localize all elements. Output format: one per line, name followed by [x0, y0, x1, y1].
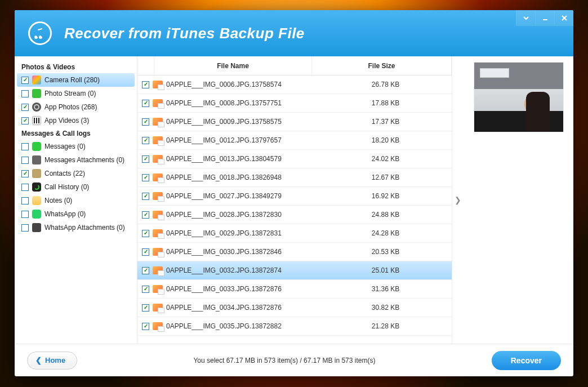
- sidebar-item[interactable]: WhatsApp (0): [15, 207, 137, 221]
- table-row[interactable]: 0APPLE___IMG_0008.JPG.1375775117.88 KB: [137, 94, 452, 113]
- table-row[interactable]: 0APPLE___IMG_0032.JPG.1387287425.01 KB: [137, 261, 452, 280]
- cell-file-size: 24.28 KB: [319, 229, 452, 237]
- cell-file-name: 0APPLE___IMG_0034.JPG.13872876: [166, 304, 319, 312]
- category-sidebar[interactable]: Photos & VideosCamera Roll (280)Photo St…: [15, 56, 137, 344]
- cell-file-name: 0APPLE___IMG_0029.JPG.13872831: [166, 229, 319, 237]
- row-checkbox[interactable]: [142, 118, 149, 126]
- checkbox[interactable]: [21, 77, 29, 84]
- image-file-icon: [153, 136, 163, 144]
- dropdown-button[interactable]: [516, 10, 535, 26]
- row-checkbox[interactable]: [142, 193, 149, 200]
- table-row[interactable]: 0APPLE___IMG_0028.JPG.1387283024.88 KB: [137, 206, 452, 224]
- sidebar-item[interactable]: App Photos (268): [15, 100, 137, 114]
- cell-file-name: 0APPLE___IMG_0012.JPG.13797657: [166, 136, 319, 144]
- checkbox[interactable]: [21, 184, 29, 191]
- sidebar-item-label: Contacts (22): [44, 170, 85, 177]
- sidebar-item[interactable]: App Videos (3): [15, 114, 137, 127]
- checkbox[interactable]: [21, 211, 29, 218]
- table-row[interactable]: 0APPLE___IMG_0006.JPG.1375857426.78 KB: [137, 75, 452, 94]
- table-row[interactable]: 0APPLE___IMG_0033.JPG.1387287631.36 KB: [137, 280, 452, 299]
- cell-file-name: 0APPLE___IMG_0035.JPG.13872882: [166, 322, 319, 330]
- cell-file-size: 21.28 KB: [319, 322, 452, 330]
- table-row[interactable]: 0APPLE___IMG_0034.JPG.1387287630.82 KB: [137, 299, 452, 317]
- checkbox[interactable]: [21, 104, 29, 111]
- checkbox[interactable]: [21, 143, 29, 150]
- next-page-button[interactable]: ❯: [452, 56, 464, 344]
- sidebar-item[interactable]: Messages (0): [15, 140, 137, 153]
- row-checkbox[interactable]: [142, 100, 149, 107]
- close-button[interactable]: [554, 10, 573, 26]
- cell-file-name: 0APPLE___IMG_0013.JPG.13804579: [166, 155, 319, 163]
- file-table: File Name File Size 0APPLE___IMG_0006.JP…: [137, 56, 452, 344]
- image-file-icon: [153, 248, 163, 256]
- table-row[interactable]: 0APPLE___IMG_0018.JPG.1382694812.67 KB: [137, 168, 452, 187]
- table-row[interactable]: 0APPLE___IMG_0013.JPG.1380457924.02 KB: [137, 150, 452, 168]
- image-file-icon: [153, 174, 163, 181]
- row-checkbox[interactable]: [142, 155, 149, 163]
- ic-msgattach-icon: [32, 155, 41, 164]
- table-row[interactable]: 0APPLE___IMG_0012.JPG.1379765718.20 KB: [137, 131, 452, 150]
- sidebar-heading: Messages & Call logs: [15, 127, 137, 140]
- footer-bar: ❮ Home You select 67.17 MB in 573 item(s…: [15, 344, 573, 376]
- ic-whatsapp-icon: [32, 210, 41, 219]
- app-window: Recover from iTunes Backup File Photos &…: [15, 10, 573, 376]
- table-body[interactable]: 0APPLE___IMG_0006.JPG.1375857426.78 KB0A…: [137, 75, 452, 344]
- ic-photostream-icon: [32, 89, 41, 98]
- home-button-label: Home: [45, 356, 65, 364]
- checkbox[interactable]: [21, 170, 29, 177]
- sidebar-item[interactable]: Contacts (22): [15, 167, 137, 180]
- table-row[interactable]: 0APPLE___IMG_0030.JPG.1387284620.53 KB: [137, 243, 452, 261]
- row-checkbox[interactable]: [142, 211, 149, 219]
- image-file-icon: [153, 322, 163, 330]
- cell-file-size: 24.02 KB: [319, 155, 452, 163]
- row-checkbox[interactable]: [142, 267, 149, 274]
- image-file-icon: [153, 118, 163, 126]
- sidebar-item[interactable]: Camera Roll (280): [17, 73, 135, 87]
- sidebar-item-label: Notes (0): [44, 197, 72, 204]
- checkbox[interactable]: [21, 117, 29, 124]
- sidebar-item-label: Messages (0): [44, 143, 86, 150]
- cell-file-name: 0APPLE___IMG_0028.JPG.13872830: [166, 211, 319, 219]
- checkbox[interactable]: [21, 157, 29, 164]
- sidebar-item-label: WhatsApp (0): [44, 210, 86, 218]
- table-row[interactable]: 0APPLE___IMG_0027.JPG.1384927916.92 KB: [137, 187, 452, 206]
- row-checkbox[interactable]: [142, 174, 149, 181]
- sidebar-item[interactable]: Call History (0): [15, 180, 137, 194]
- checkbox[interactable]: [21, 224, 29, 232]
- column-file-name[interactable]: File Name: [154, 56, 312, 75]
- sidebar-item[interactable]: Notes (0): [15, 194, 137, 207]
- cell-file-size: 30.82 KB: [319, 304, 452, 312]
- sidebar-item-label: App Photos (268): [44, 103, 97, 111]
- table-row[interactable]: 0APPLE___IMG_0029.JPG.1387283124.28 KB: [137, 224, 452, 243]
- minimize-button[interactable]: [535, 10, 554, 26]
- row-checkbox[interactable]: [142, 248, 149, 256]
- row-checkbox[interactable]: [142, 304, 149, 312]
- cell-file-size: 17.88 KB: [319, 99, 452, 107]
- cell-file-size: 17.37 KB: [319, 118, 452, 126]
- home-button[interactable]: ❮ Home: [27, 352, 77, 370]
- sidebar-item[interactable]: WhatsApp Attachments (0): [15, 221, 137, 234]
- image-file-icon: [153, 211, 163, 219]
- ic-camera-icon: [32, 75, 41, 84]
- sidebar-item[interactable]: Messages Attachments (0): [15, 153, 137, 167]
- ic-waattach-icon: [32, 223, 41, 232]
- checkbox[interactable]: [21, 197, 29, 204]
- row-checkbox[interactable]: [142, 81, 149, 88]
- checkbox[interactable]: [21, 90, 29, 97]
- column-file-size[interactable]: File Size: [312, 56, 452, 75]
- sidebar-item-label: WhatsApp Attachments (0): [44, 224, 125, 232]
- row-checkbox[interactable]: [142, 323, 149, 330]
- row-checkbox[interactable]: [142, 230, 149, 237]
- sidebar-item[interactable]: Photo Stream (0): [15, 87, 137, 100]
- image-file-icon: [153, 192, 163, 200]
- row-checkbox[interactable]: [142, 137, 149, 144]
- table-row[interactable]: 0APPLE___IMG_0035.JPG.1387288221.28 KB: [137, 317, 452, 336]
- row-checkbox[interactable]: [142, 286, 149, 293]
- image-file-icon: [153, 285, 163, 293]
- cell-file-size: 12.67 KB: [319, 174, 452, 181]
- preview-pane: [464, 56, 573, 344]
- ic-messages-icon: [32, 142, 41, 151]
- table-row[interactable]: 0APPLE___IMG_0009.JPG.1375857517.37 KB: [137, 113, 452, 131]
- recover-button[interactable]: Recover: [492, 351, 561, 370]
- sidebar-item-label: App Videos (3): [44, 117, 89, 124]
